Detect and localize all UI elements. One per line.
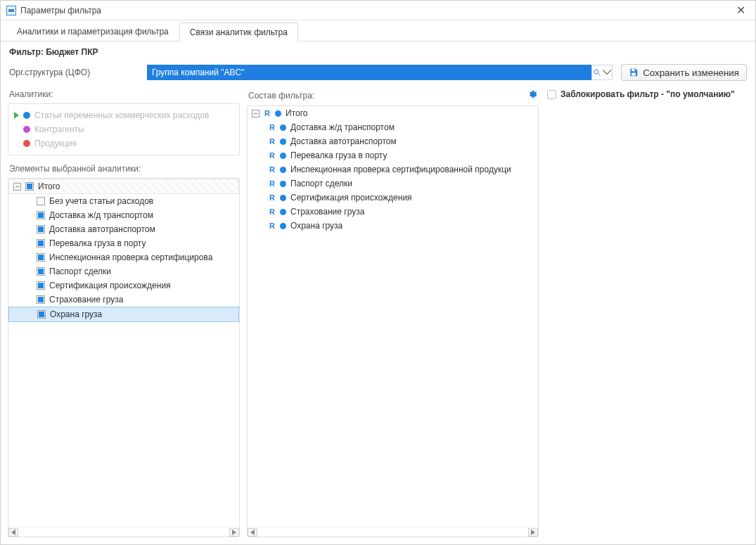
scroll-right-button[interactable] (528, 528, 538, 537)
elements-child-node[interactable]: Сертификация происхождения (8, 278, 239, 293)
triangle-right-icon (232, 530, 236, 535)
filter-name-row: Фильтр: Бюджет ПКР (1, 41, 755, 61)
dot-icon (275, 110, 281, 117)
node-label: Охрана груза (290, 221, 342, 231)
composition-settings-button[interactable] (527, 89, 537, 101)
checkbox[interactable] (37, 253, 45, 262)
elements-child-node[interactable]: Доставка автотранспортом (8, 222, 239, 236)
dot-icon (280, 209, 286, 215)
tabs: Аналитики и параметризация фильтра Связи… (1, 20, 755, 41)
org-structure-dropdown-button[interactable] (591, 65, 613, 80)
checkbox[interactable] (37, 239, 45, 248)
checkbox[interactable] (37, 295, 45, 304)
scroll-right-button[interactable] (229, 528, 239, 537)
node-label: Сертификация происхождения (49, 281, 171, 290)
elements-header: Элементы выбранной аналитики: (8, 155, 240, 178)
filter-name: Бюджет ПКР (46, 47, 98, 57)
tab-analytics-links[interactable]: Связи аналитик фильтра (179, 23, 298, 41)
composition-header-label: Состав фильтра: (248, 91, 314, 101)
r-mark-icon: R (269, 179, 276, 188)
close-button[interactable]: ✕ (732, 4, 750, 17)
svg-line-1 (598, 74, 601, 76)
analytics-list: Статьи переменных коммерческих расходовК… (8, 103, 240, 155)
checkbox[interactable] (37, 197, 45, 205)
composition-child-node[interactable]: RПаспорт сделки (248, 177, 538, 191)
triangle-left-icon (11, 530, 15, 535)
node-label: Доставка автотранспортом (290, 136, 397, 146)
checkbox[interactable] (25, 182, 34, 191)
node-label: Страхование груза (290, 207, 364, 217)
checkbox[interactable] (37, 281, 45, 290)
gear-icon (527, 89, 537, 99)
caret-right-icon (14, 112, 19, 119)
svg-point-0 (594, 70, 598, 74)
analytics-item-label: Продукция (34, 139, 77, 148)
r-mark-icon: R (269, 222, 276, 230)
node-label: Доставка ж/д транспортом (49, 210, 153, 220)
elements-child-node[interactable]: Инспекционная проверка сертифицирова (8, 250, 239, 264)
elements-h-scrollbar[interactable] (8, 527, 239, 537)
scroll-left-button[interactable] (248, 528, 257, 537)
analytics-item[interactable]: Контрагенты (11, 122, 236, 136)
composition-child-node[interactable]: RИнспекционная проверка сертифицированно… (248, 162, 538, 177)
lock-filter-checkbox[interactable] (547, 90, 556, 99)
composition-child-node[interactable]: RДоставка автотранспортом (248, 134, 538, 148)
composition-root-node[interactable]: −RИтого (248, 106, 538, 120)
collapse-icon[interactable]: − (13, 183, 21, 191)
elements-tree[interactable]: −ИтогоБез учета статьи расходовДоставка … (8, 179, 239, 527)
elements-root-node[interactable]: −Итого (8, 179, 239, 194)
checkbox[interactable] (37, 211, 45, 219)
elements-child-node[interactable]: Доставка ж/д транспортом (8, 208, 239, 222)
elements-child-node[interactable]: Страхование груза (8, 293, 239, 307)
composition-h-scrollbar[interactable] (248, 527, 538, 537)
bullet-icon (23, 140, 30, 147)
filter-label-prefix: Фильтр: (9, 47, 44, 57)
node-label: Перевалка груза в порту (49, 238, 146, 248)
analytics-item[interactable]: Статьи переменных коммерческих расходов (11, 108, 236, 122)
composition-child-node[interactable]: RСтрахование груза (248, 205, 538, 219)
org-structure-value: Группа компаний "ABC" (152, 68, 244, 77)
dot-icon (280, 139, 286, 145)
node-label: Паспорт сделки (290, 179, 352, 188)
analytics-header-label: Аналитики: (9, 89, 53, 99)
elements-child-node[interactable]: Охрана груза (8, 307, 239, 322)
r-mark-icon: R (269, 137, 276, 146)
composition-tree[interactable]: −RИтогоRДоставка ж/д транспортомRДоставк… (248, 106, 538, 527)
checkbox[interactable] (37, 267, 45, 276)
r-mark-icon: R (269, 151, 276, 160)
r-mark-icon: R (269, 207, 276, 216)
r-mark-icon: R (269, 193, 276, 202)
content: Аналитики: Статьи переменных коммерчески… (1, 86, 755, 544)
analytics-item[interactable]: Продукция (11, 136, 236, 150)
tab-analytics-params[interactable]: Аналитики и параметризация фильтра (6, 22, 179, 41)
composition-child-node[interactable]: RПеревалка груза в порту (248, 148, 538, 162)
checkbox[interactable] (37, 310, 46, 319)
composition-child-node[interactable]: RОхрана груза (248, 219, 538, 233)
composition-tree-box: −RИтогоRДоставка ж/д транспортомRДоставк… (247, 105, 539, 537)
node-label: Охрана груза (50, 309, 102, 319)
svg-rect-3 (632, 73, 636, 76)
lock-filter-label: Заблокировать фильтр - "по умолчанию" (560, 89, 735, 99)
right-column: Заблокировать фильтр - "по умолчанию" (546, 86, 748, 537)
collapse-icon[interactable]: − (252, 110, 260, 117)
scroll-left-button[interactable] (8, 528, 18, 537)
dot-icon (280, 167, 286, 173)
org-structure-label: Орг.структура (ЦФО) (9, 68, 139, 77)
elements-tree-box: −ИтогоБез учета статьи расходовДоставка … (8, 178, 240, 537)
toolbar: Орг.структура (ЦФО) Группа компаний "ABC… (1, 61, 755, 86)
elements-child-node[interactable]: Перевалка груза в порту (8, 236, 239, 250)
elements-child-node[interactable]: Без учета статьи расходов (8, 194, 239, 208)
org-structure-combo-wrap: Группа компаний "ABC" (147, 65, 613, 80)
dot-icon (280, 195, 286, 201)
composition-child-node[interactable]: RСертификация происхождения (248, 191, 538, 205)
org-structure-combo[interactable]: Группа компаний "ABC" (147, 65, 591, 80)
r-mark-icon: R (269, 123, 276, 132)
dot-icon (280, 153, 286, 159)
composition-child-node[interactable]: RДоставка ж/д транспортом (248, 120, 538, 134)
save-button-label: Сохранить изменения (643, 68, 739, 78)
save-button[interactable]: Сохранить изменения (621, 64, 747, 81)
node-label: Итого (286, 108, 307, 118)
elements-child-node[interactable]: Паспорт сделки (8, 264, 239, 278)
left-column: Аналитики: Статьи переменных коммерчески… (8, 86, 240, 537)
checkbox[interactable] (37, 225, 45, 233)
